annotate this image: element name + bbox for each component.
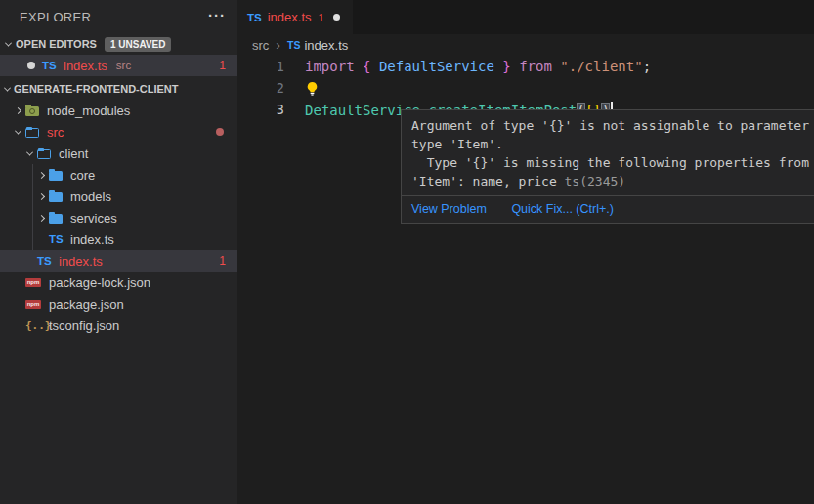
chevron-right-icon	[37, 192, 44, 199]
close-brace: }	[502, 59, 519, 74]
hover-actions-bar: View Problem Quick Fix... (Ctrl+.)	[402, 195, 814, 223]
view-problem-link[interactable]: View Problem	[411, 202, 487, 216]
file-tree: node_modules src client core mo	[0, 100, 237, 336]
explorer-sidebar: EXPLORER ··· OPEN EDITORS 1 UNSAVED TS i…	[0, 0, 237, 504]
open-editor-item-index-ts[interactable]: TS index.ts src 1	[0, 55, 237, 76]
chevron-right-icon	[14, 106, 21, 113]
chevron-down-icon	[14, 127, 21, 134]
npm-file-icon: npm	[25, 278, 41, 287]
line-number-active: 3	[237, 102, 284, 117]
vscode-window: EXPLORER ··· OPEN EDITORS 1 UNSAVED TS i…	[0, 0, 814, 504]
tree-item-client-index-ts[interactable]: TS index.ts	[0, 229, 237, 250]
chevron-down-icon	[3, 84, 10, 91]
typescript-file-icon: TS	[49, 233, 64, 245]
open-folder-icon	[25, 128, 39, 138]
quick-fix-link[interactable]: Quick Fix... (Ctrl+.)	[511, 202, 614, 216]
npm-file-icon: npm	[25, 300, 41, 309]
tree-item-package-json[interactable]: npm package.json	[0, 293, 237, 315]
tree-item-node-modules[interactable]: node_modules	[0, 100, 237, 121]
error-line-3: Type '{}' is missing the following prope…	[411, 153, 814, 172]
open-editor-file-folder: src	[116, 60, 131, 71]
breadcrumb-file[interactable]: index.ts	[304, 38, 348, 53]
breadcrumb: src › TS index.ts	[237, 34, 814, 56]
tab-index-ts[interactable]: TS index.ts 1	[237, 0, 353, 34]
editor-pane: TS index.ts 1 src › TS index.ts 1 import…	[237, 0, 814, 504]
semicolon: ;	[643, 59, 651, 74]
open-editor-file-name: index.ts	[64, 59, 107, 73]
open-editors-header[interactable]: OPEN EDITORS 1 UNSAVED	[0, 33, 237, 55]
module-string: "./client"	[560, 59, 642, 74]
typescript-file-icon: TS	[42, 60, 57, 71]
explorer-title: EXPLORER	[0, 0, 237, 24]
folder-icon	[49, 214, 63, 224]
error-line-2: type 'Item'.	[411, 135, 814, 153]
error-hover-widget: Argument of type '{}' is not assignable …	[401, 109, 814, 224]
error-code-ts2345: ts(2345)	[565, 174, 626, 189]
indent-guide	[32, 164, 33, 250]
more-actions-icon[interactable]: ···	[208, 7, 226, 23]
tab-bar: TS index.ts 1	[237, 0, 814, 34]
project-section-header[interactable]: GENERATE-FRONTEND-CLIENT	[0, 78, 237, 100]
tree-item-tsconfig-json[interactable]: {..} tsconfig.json	[0, 315, 237, 336]
unsaved-badge: 1 UNSAVED	[105, 37, 172, 52]
tree-item-models[interactable]: models	[0, 186, 237, 207]
lightbulb-icon[interactable]	[305, 81, 320, 96]
tab-error-count: 1	[319, 12, 324, 23]
project-name-label: GENERATE-FRONTEND-CLIENT	[14, 83, 178, 95]
code-line-1[interactable]: 1 import { DefaultService } from "./clie…	[237, 56, 814, 77]
chevron-down-icon	[4, 39, 11, 46]
typescript-file-icon: TS	[247, 12, 262, 23]
unsaved-dot-icon[interactable]	[333, 14, 340, 21]
error-line-1: Argument of type '{}' is not assignable …	[411, 116, 814, 135]
tree-item-services[interactable]: services	[0, 207, 237, 229]
chevron-down-icon	[25, 148, 32, 155]
folder-icon	[49, 171, 63, 181]
tree-item-src-index-ts[interactable]: TS index.ts 1	[0, 250, 237, 272]
typescript-file-icon: TS	[287, 39, 300, 51]
typescript-file-icon: TS	[37, 255, 52, 267]
open-folder-icon	[37, 149, 51, 159]
error-count-badge: 1	[219, 254, 226, 268]
error-message: Argument of type '{}' is not assignable …	[402, 110, 814, 195]
keyword-from: from	[519, 59, 560, 74]
keyword-import: import	[305, 59, 363, 74]
imported-name: DefaultService	[370, 59, 502, 74]
tree-item-core[interactable]: core	[0, 164, 237, 186]
chevron-right-icon	[37, 214, 44, 221]
open-editors-label: OPEN EDITORS	[16, 38, 97, 50]
line-number: 2	[237, 80, 284, 96]
breadcrumb-separator: ›	[276, 37, 280, 53]
indent-guide	[21, 143, 21, 272]
chevron-right-icon	[37, 171, 44, 178]
breadcrumb-folder[interactable]: src	[252, 38, 269, 53]
code-line-2[interactable]: 2	[237, 77, 814, 99]
node-modules-folder-icon	[25, 106, 39, 116]
error-count-badge: 1	[219, 59, 226, 72]
tree-item-src[interactable]: src	[0, 121, 237, 143]
modified-dot-icon	[27, 62, 35, 69]
tab-title: index.ts	[268, 10, 312, 24]
json-braces-icon: {..}	[25, 319, 52, 332]
folder-icon	[49, 192, 63, 202]
error-line-4: 'Item': name, price ts(2345)	[411, 172, 814, 190]
line-number: 1	[237, 59, 284, 74]
tree-item-client[interactable]: client	[0, 143, 237, 164]
tree-item-package-lock-json[interactable]: npm package-lock.json	[0, 272, 237, 293]
folder-error-dot	[216, 128, 224, 136]
